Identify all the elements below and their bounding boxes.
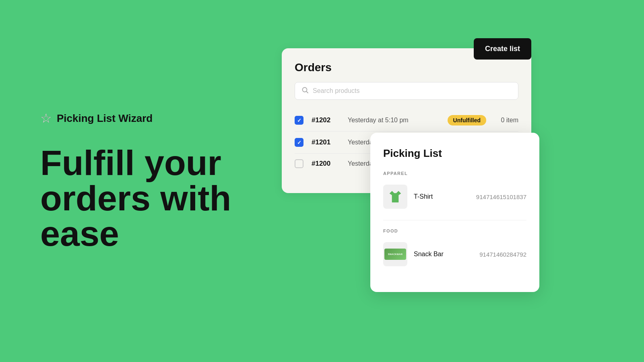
snack-bar-label: SNACKBAR [388,253,403,255]
order-id-1202: #1202 [312,116,340,124]
star-icon: ☆ [40,111,52,126]
picking-list-panel: Picking List APPAREL T-Shirt 91471461510… [370,133,539,292]
order-id-1200: #1200 [312,160,340,168]
hero-line1: Fulfill your [40,145,274,181]
product-image-snackbar: SNACKBAR [383,242,407,266]
order-id-1201: #1201 [312,138,340,146]
order-time-1202: Yesterday at 5:10 pm [348,117,440,124]
order-item-count-1202: 0 item [494,117,518,124]
snack-bar-graphic: SNACKBAR [384,249,406,260]
order-checkbox-1202[interactable] [295,116,303,125]
order-status-1202: Unfulfilled [448,115,486,125]
orders-title: Orders [295,61,518,74]
order-checkbox-1200[interactable] [295,159,303,168]
logo-row: ☆ Picking List Wizard [40,111,274,126]
picking-list-title: Picking List [383,147,526,160]
product-image-tshirt [383,185,407,209]
divider [383,220,526,220]
right-section: Create list Orders Search products #1202… [258,0,644,362]
order-row: #1202 Yesterday at 5:10 pm Unfulfilled 0… [295,109,518,132]
product-row-snackbar: SNACKBAR Snack Bar 91471460284792 [383,239,526,269]
brand-name: Picking List Wizard [57,112,153,125]
product-name-tshirt: T-Shirt [414,193,470,200]
product-row-tshirt: T-Shirt 914714615101837 [383,181,526,212]
search-bar[interactable]: Search products [295,82,518,100]
product-sku-snackbar: 91471460284792 [479,251,526,258]
search-icon [301,86,309,95]
product-sku-tshirt: 914714615101837 [476,193,526,200]
category-apparel-label: APPAREL [383,171,526,176]
hero-text: Fulfill your orders with ease [40,145,274,251]
create-list-button[interactable]: Create list [474,38,531,60]
product-name-snackbar: Snack Bar [414,251,473,258]
order-checkbox-1201[interactable] [295,138,303,147]
svg-line-1 [307,92,308,93]
category-food-label: FOOD [383,228,526,233]
left-branding-section: ☆ Picking List Wizard Fulfill your order… [40,0,274,362]
svg-point-0 [303,88,307,92]
hero-line3: ease [40,216,274,251]
search-placeholder: Search products [313,87,360,95]
hero-line2: orders with [40,181,274,216]
